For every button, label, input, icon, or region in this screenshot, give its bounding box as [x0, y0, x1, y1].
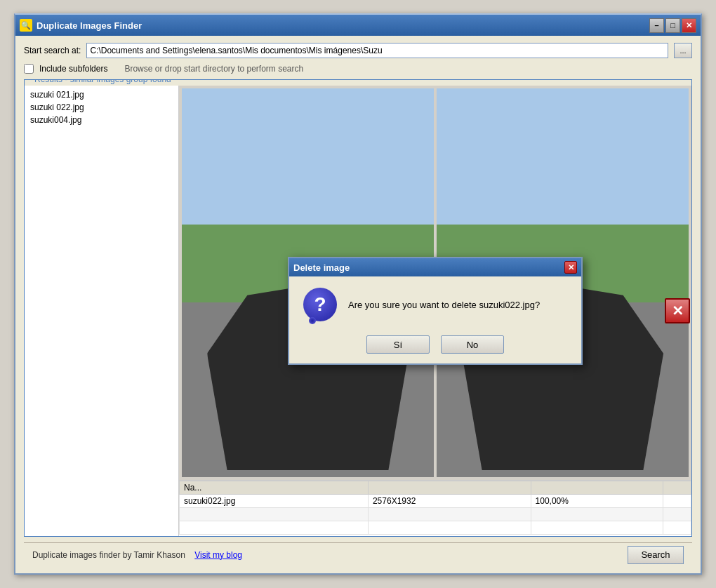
content-area: Start search at: ... Include subfolders …: [15, 36, 701, 573]
file-list: suzuki 021.jpg suzuki 022.jpg suzuki004.…: [25, 86, 179, 536]
search-path-input[interactable]: [86, 43, 668, 58]
window-close-button[interactable]: ✕: [682, 18, 696, 33]
confirm-button[interactable]: Sí: [366, 335, 430, 354]
preview-wrapper: ✕ Na...: [179, 86, 691, 536]
browse-button[interactable]: ...: [674, 43, 692, 58]
dialog-close-button[interactable]: ✕: [564, 261, 577, 274]
dialog-buttons: Sí No: [303, 335, 567, 354]
list-item[interactable]: suzuki 021.jpg: [25, 88, 178, 101]
results-legend: Results - similar images group found: [32, 79, 174, 84]
delete-dialog: Delete image ✕ ? Are you sure you want t…: [288, 257, 583, 365]
window-controls: – □ ✕: [649, 18, 696, 33]
options-row: Include subfolders Browse or drop start …: [24, 64, 692, 74]
cancel-button[interactable]: No: [441, 335, 504, 354]
dialog-body: ? Are you sure you want to delete suzuki…: [289, 276, 581, 363]
dialog-title: Delete image: [293, 262, 564, 273]
restore-button[interactable]: □: [665, 18, 680, 33]
app-icon: 🔍: [20, 19, 32, 32]
list-item[interactable]: suzuki 022.jpg: [25, 101, 178, 114]
search-button[interactable]: Search: [628, 546, 684, 564]
dialog-message: Are you sure you want to delete suzuki02…: [348, 300, 540, 310]
minimize-button[interactable]: –: [649, 18, 664, 33]
dialog-message-row: ? Are you sure you want to delete suzuki…: [303, 288, 567, 321]
dialog-overlay: Delete image ✕ ? Are you sure you want t…: [179, 86, 691, 536]
list-item[interactable]: suzuki004.jpg: [25, 114, 178, 126]
bottom-bar: Duplicate images finder by Tamir Khason …: [24, 542, 692, 566]
titlebar: 🔍 Duplicate Images Finder – □ ✕: [15, 15, 701, 36]
include-subfolders-checkbox[interactable]: [24, 64, 34, 74]
footer-blog-link[interactable]: Visit my blog: [194, 550, 242, 560]
search-at-label: Start search at:: [24, 46, 81, 55]
results-group: Results - similar images group found suz…: [24, 79, 692, 537]
results-body: suzuki 021.jpg suzuki 022.jpg suzuki004.…: [25, 86, 691, 536]
footer-text: Duplicate images finder by Tamir Khason …: [32, 550, 242, 560]
window-title: Duplicate Images Finder: [37, 20, 649, 31]
main-window: 🔍 Duplicate Images Finder – □ ✕ Start se…: [14, 13, 702, 575]
dialog-titlebar: Delete image ✕: [289, 258, 581, 276]
search-path-row: Start search at: ...: [24, 43, 692, 58]
hint-text: Browse or drop start directory to perfor…: [124, 64, 303, 74]
footer-credit: Duplicate images finder by Tamir Khason: [32, 550, 185, 560]
question-icon: ?: [303, 288, 337, 321]
include-subfolders-label: Include subfolders: [39, 64, 107, 74]
